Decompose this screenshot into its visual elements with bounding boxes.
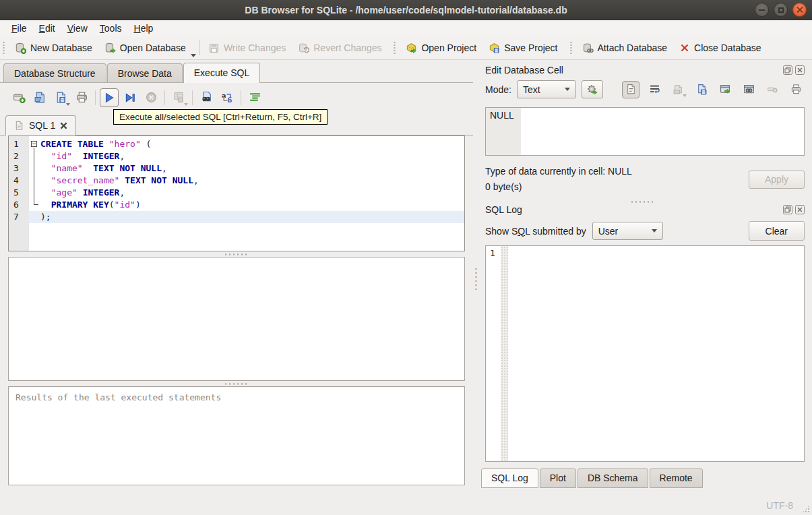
- save-sql-dropdown-icon[interactable]: [66, 103, 70, 106]
- document-icon: [14, 121, 24, 131]
- cell-type-row: Type of data currently in cell: NULL 0 b…: [480, 156, 806, 195]
- print-cell-button[interactable]: [787, 81, 805, 98]
- mode-value: Text: [523, 84, 540, 95]
- float-icon[interactable]: [783, 205, 792, 214]
- tab-db-schema[interactable]: DB Schema: [577, 468, 648, 488]
- toolbar-separator: [199, 40, 200, 55]
- import-data-icon: [673, 84, 684, 95]
- toolbar-drag-handle[interactable]: [569, 41, 573, 55]
- find-button[interactable]: [197, 88, 216, 107]
- toolbar-drag-handle[interactable]: [393, 41, 396, 55]
- toolbar-drag-handle[interactable]: [2, 41, 5, 55]
- menubar: File Edit View Tools Help: [0, 20, 812, 36]
- sql-log-editor[interactable]: 1: [485, 245, 805, 462]
- sql-code-lines[interactable]: CREATE TABLE "hero" ( "id" INTEGER, "nam…: [29, 138, 464, 223]
- close-tab-icon[interactable]: [60, 122, 67, 129]
- panel-splitter[interactable]: [473, 61, 478, 495]
- menu-view[interactable]: View: [61, 22, 94, 35]
- format-button[interactable]: [245, 88, 264, 107]
- tab-plot[interactable]: Plot: [540, 468, 576, 488]
- menu-edit[interactable]: Edit: [33, 22, 61, 35]
- write-changes-button[interactable]: Write Changes: [202, 40, 292, 57]
- titlebar: DB Browser for SQLite - /home/user/code/…: [0, 0, 812, 20]
- sql-tab-label: SQL 1: [29, 120, 55, 131]
- app-window: DB Browser for SQLite - /home/user/code/…: [0, 0, 812, 515]
- close-dock-icon[interactable]: [795, 205, 805, 214]
- export-data-button[interactable]: [693, 81, 710, 98]
- execute-all-button[interactable]: [100, 88, 119, 107]
- sql-editor-tab[interactable]: SQL 1: [5, 115, 76, 135]
- sql-log-gutter: 1: [486, 246, 501, 461]
- attach-database-button[interactable]: Attach Database: [576, 40, 674, 57]
- clear-button[interactable]: Clear: [749, 221, 805, 241]
- tab-database-structure[interactable]: Database Structure: [3, 63, 106, 82]
- gear-import-button[interactable]: [582, 80, 603, 98]
- code-line[interactable]: "id" INTEGER,: [29, 150, 464, 162]
- editor-grid-splitter[interactable]: [0, 251, 473, 257]
- tab-sql-log[interactable]: SQL Log: [481, 468, 538, 488]
- replace-button[interactable]: ab: [218, 88, 237, 107]
- apply-button[interactable]: Apply: [749, 171, 805, 189]
- results-grid-pane[interactable]: [8, 257, 465, 381]
- resize-grip[interactable]: [802, 505, 810, 513]
- save-results-dropdown-icon[interactable]: [184, 103, 188, 106]
- code-line[interactable]: "secret_name" TEXT NOT NULL,: [29, 175, 464, 187]
- execute-line-button[interactable]: [121, 88, 139, 107]
- float-icon[interactable]: [783, 65, 792, 75]
- code-line[interactable]: PRIMARY KEY("id"): [29, 199, 464, 211]
- save-project-button[interactable]: Save Project: [482, 40, 563, 57]
- text-mode-button[interactable]: [622, 81, 639, 98]
- open-external-icon: [720, 84, 731, 95]
- sql-log-title: SQL Log: [485, 204, 522, 215]
- code-line[interactable]: CREATE TABLE "hero" (: [29, 138, 464, 150]
- save-results-icon: [173, 91, 185, 104]
- copy-link-button[interactable]: [740, 81, 757, 98]
- open-external-button[interactable]: [716, 81, 734, 98]
- cell-type-info: Type of data currently in cell: NULL: [485, 164, 632, 179]
- sql-editor[interactable]: 1234567 CREATE TABLE "hero" ( "id" INTEG…: [8, 135, 465, 251]
- save-sql-file-button[interactable]: [51, 88, 70, 107]
- encoding-indicator[interactable]: UTF-8: [766, 500, 793, 511]
- open-tab-button[interactable]: [9, 88, 28, 107]
- code-line[interactable]: );: [29, 211, 464, 223]
- menu-help[interactable]: Help: [128, 22, 160, 35]
- close-database-button[interactable]: Close Database: [673, 40, 768, 56]
- minimize-icon[interactable]: [755, 3, 769, 17]
- mode-select[interactable]: Text: [517, 80, 576, 98]
- new-database-button[interactable]: New Database: [9, 40, 98, 57]
- code-line[interactable]: "age" INTEGER,: [29, 187, 464, 199]
- close-icon[interactable]: [792, 3, 807, 17]
- open-project-label: Open Project: [421, 42, 476, 53]
- close-dock-icon[interactable]: [795, 65, 805, 75]
- import-data-button[interactable]: [669, 81, 687, 98]
- menu-file[interactable]: File: [5, 22, 33, 35]
- main-tabbar: Database Structure Browse Data Execute S…: [0, 61, 473, 83]
- cell-value-editor[interactable]: NULL: [485, 107, 805, 156]
- grid-results-splitter[interactable]: [0, 381, 473, 386]
- open-sql-file-button[interactable]: [30, 88, 49, 107]
- open-project-button[interactable]: Open Project: [400, 40, 482, 57]
- results-placeholder: Results of the last executed statements: [15, 392, 221, 402]
- revert-changes-button[interactable]: Revert Changes: [292, 40, 387, 57]
- save-project-icon: [489, 42, 500, 54]
- dock-tabbar: SQL Log Plot DB Schema Remote: [481, 468, 806, 488]
- print-button[interactable]: [72, 88, 91, 107]
- menu-tools[interactable]: Tools: [94, 22, 128, 35]
- open-database-button[interactable]: Open Database: [98, 40, 192, 57]
- set-null-button[interactable]: [763, 81, 781, 98]
- tab-remote[interactable]: Remote: [650, 468, 703, 488]
- execution-log-pane[interactable]: Results of the last executed statements: [8, 386, 465, 485]
- submitted-by-select[interactable]: User: [592, 222, 663, 240]
- fold-marker-icon[interactable]: [31, 141, 37, 147]
- maximize-icon[interactable]: [774, 3, 788, 17]
- word-wrap-button[interactable]: [646, 81, 663, 98]
- tab-execute-sql[interactable]: Execute SQL: [183, 63, 261, 83]
- open-database-dropdown-icon[interactable]: [191, 54, 196, 57]
- sql-log-header: SQL Log: [480, 204, 806, 218]
- fold-guide-line: [34, 148, 34, 204]
- stop-button[interactable]: [142, 88, 160, 107]
- dock-splitter[interactable]: [480, 199, 806, 204]
- save-results-button[interactable]: [169, 88, 188, 107]
- tab-browse-data[interactable]: Browse Data: [107, 63, 183, 82]
- code-line[interactable]: "name" TEXT NOT NULL,: [29, 162, 464, 175]
